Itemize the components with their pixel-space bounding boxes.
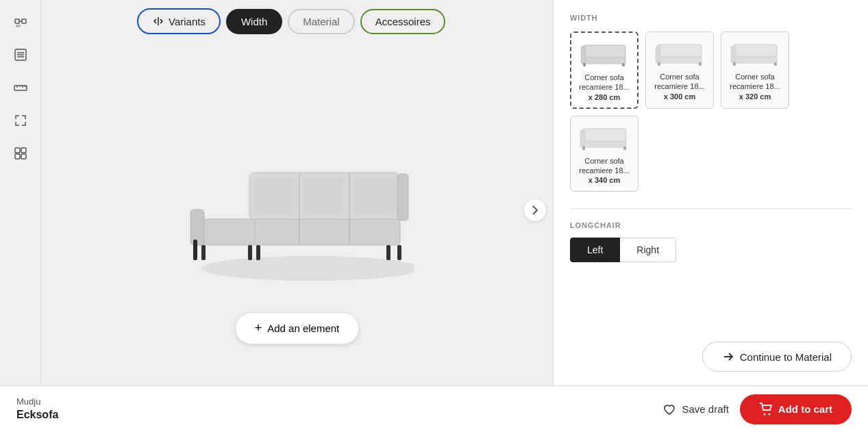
width-card-label-300: Corner sofa recamiere 18... x 300 cm	[652, 72, 708, 101]
svg-rect-39	[583, 63, 586, 66]
width-option-280[interactable]: Corner sofa recamiere 18... x 280 cm	[570, 31, 638, 109]
svg-rect-1	[22, 19, 26, 23]
svg-rect-53	[580, 130, 585, 147]
tab-material[interactable]: Material	[288, 9, 354, 34]
svg-rect-13	[15, 148, 20, 153]
svg-rect-51	[582, 129, 626, 142]
left-sidebar: AR	[0, 0, 41, 385]
width-card-label-340: Corner sofa recamiere 18... x 340 cm	[576, 156, 632, 186]
svg-rect-52	[582, 141, 626, 147]
next-arrow-button[interactable]	[524, 199, 546, 221]
svg-rect-21	[254, 177, 295, 215]
width-section-label: WIDTH	[570, 14, 852, 22]
svg-rect-34	[397, 245, 401, 260]
add-element-button[interactable]: + Add an element	[235, 312, 360, 344]
continue-to-material-button[interactable]: Continue to Material	[702, 342, 852, 372]
width-options: Corner sofa recamiere 18... x 280 cm	[570, 31, 852, 192]
product-info: Mudju Ecksofa	[16, 396, 58, 422]
longchair-right-button[interactable]: Right	[620, 238, 676, 262]
heart-icon	[662, 403, 676, 416]
svg-point-57	[763, 413, 765, 415]
svg-rect-35	[193, 240, 197, 260]
longchair-section-label: LONGCHAIR	[570, 221, 852, 229]
svg-text:AR: AR	[16, 24, 21, 28]
svg-rect-14	[21, 148, 26, 153]
svg-rect-55	[623, 147, 626, 150]
svg-rect-15	[15, 154, 20, 159]
plus-icon: +	[255, 321, 262, 335]
tab-variants[interactable]: Variants	[137, 8, 221, 34]
svg-rect-48	[731, 46, 736, 63]
width-option-300[interactable]: Corner sofa recamiere 18... x 300 cm	[645, 31, 714, 109]
svg-rect-29	[397, 174, 408, 220]
svg-rect-32	[256, 245, 260, 260]
svg-rect-37	[583, 58, 625, 64]
grid-button[interactable]	[5, 138, 36, 168]
width-card-img-300	[652, 38, 707, 68]
ar-button[interactable]: AR	[5, 7, 36, 37]
longchair-left-button[interactable]: Left	[570, 238, 620, 262]
svg-rect-24	[249, 219, 400, 245]
list-button[interactable]	[5, 40, 36, 70]
svg-rect-36	[583, 45, 625, 59]
svg-rect-38	[581, 47, 586, 64]
width-card-img-280	[577, 38, 632, 68]
product-brand: Mudju	[16, 396, 58, 408]
tab-accessoires[interactable]: Accessoires	[360, 9, 446, 34]
width-card-img-340	[577, 122, 632, 152]
svg-rect-45	[699, 62, 702, 66]
cart-icon	[759, 403, 773, 416]
svg-rect-43	[656, 46, 660, 63]
width-option-320[interactable]: Corner sofa recamiere 18... x 320 cm	[721, 31, 789, 109]
bottom-actions: Save draft Add to cart	[662, 394, 852, 424]
svg-rect-0	[15, 19, 19, 23]
svg-rect-28	[190, 209, 204, 245]
svg-rect-33	[386, 245, 390, 260]
canvas-area: Variants Width Material Accessoires	[41, 0, 553, 385]
ruler-button[interactable]	[5, 73, 36, 103]
svg-rect-40	[622, 63, 625, 66]
svg-rect-22	[303, 177, 344, 215]
svg-rect-31	[248, 245, 252, 260]
svg-rect-16	[21, 154, 26, 159]
svg-rect-49	[733, 62, 736, 66]
svg-rect-50	[774, 62, 777, 66]
svg-rect-23	[354, 177, 396, 215]
product-name: Ecksofa	[16, 408, 58, 422]
svg-rect-41	[658, 45, 702, 58]
width-card-label-320: Corner sofa recamiere 18... x 320 cm	[727, 72, 783, 101]
right-panel: WIDTH Corner sofa recamiere 18... x 280 …	[553, 0, 868, 385]
arrow-right-icon	[722, 351, 734, 363]
svg-rect-42	[658, 57, 702, 63]
section-divider	[570, 208, 852, 209]
svg-rect-30	[201, 245, 206, 260]
tab-width[interactable]: Width	[226, 9, 282, 34]
width-option-340[interactable]: Corner sofa recamiere 18... x 340 cm	[570, 116, 638, 192]
width-card-img-320	[728, 38, 782, 68]
bottom-bar: Mudju Ecksofa Save draft Add to cart	[0, 385, 868, 432]
svg-rect-44	[658, 62, 660, 66]
svg-rect-46	[733, 45, 777, 58]
svg-rect-54	[582, 147, 585, 150]
svg-point-17	[201, 256, 414, 281]
sofa-illustration	[181, 118, 414, 289]
product-view: + Add an element	[41, 34, 553, 385]
expand-button[interactable]	[5, 105, 36, 136]
svg-rect-47	[733, 57, 777, 63]
longchair-options: Left Right	[570, 238, 852, 262]
tab-bar: Variants Width Material Accessoires	[41, 0, 553, 34]
add-to-cart-button[interactable]: Add to cart	[740, 394, 852, 424]
svg-point-58	[768, 413, 770, 415]
save-draft-button[interactable]: Save draft	[662, 403, 728, 416]
width-card-label-280: Corner sofa recamiere 18... x 280 cm	[577, 73, 632, 102]
